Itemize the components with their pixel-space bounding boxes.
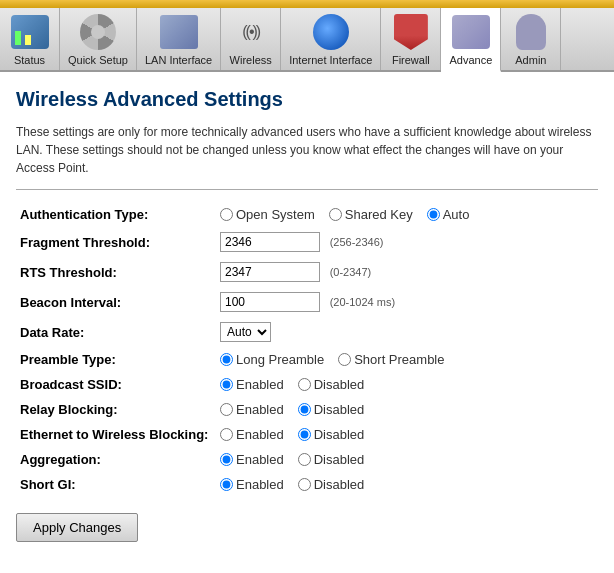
short-gi-disabled[interactable]: Disabled [298, 477, 365, 492]
tab-status[interactable]: Status [0, 8, 60, 70]
advance-icon [452, 15, 490, 49]
tab-quick-setup-label: Quick Setup [68, 54, 128, 66]
short-gi-enabled[interactable]: Enabled [220, 477, 284, 492]
row-short-gi: Short GI: Enabled Disabled [16, 472, 598, 497]
auth-shared-key[interactable]: Shared Key [329, 207, 413, 222]
tab-internet-interface-label: Internet Interface [289, 54, 372, 66]
row-aggregation: Aggregation: Enabled Disabled [16, 447, 598, 472]
data-rate-select[interactable]: Auto 1 2 5.5 11 6 9 12 18 24 36 48 54 [220, 322, 271, 342]
internet-icon [313, 14, 349, 50]
tab-quick-setup[interactable]: Quick Setup [60, 8, 137, 70]
top-bar [0, 0, 614, 8]
beacon-interval-hint: (20-1024 ms) [330, 296, 395, 308]
divider [16, 189, 598, 190]
row-rts-threshold: RTS Threshold: (0-2347) [16, 257, 598, 287]
firewall-icon [394, 14, 428, 50]
apply-changes-button[interactable]: Apply Changes [16, 513, 138, 542]
tab-admin-label: Admin [515, 54, 546, 66]
tab-wireless-label: Wireless [230, 54, 272, 66]
tab-firewall[interactable]: Firewall [381, 8, 441, 70]
aggregation-label: Aggregation: [16, 447, 216, 472]
row-data-rate: Data Rate: Auto 1 2 5.5 11 6 9 12 18 24 … [16, 317, 598, 347]
eth-wireless-blocking-label: Ethernet to Wireless Blocking: [16, 422, 216, 447]
admin-icon [516, 14, 546, 50]
status-icon [11, 15, 49, 49]
tab-admin[interactable]: Admin [501, 8, 561, 70]
aggregation-options: Enabled Disabled [220, 452, 594, 467]
preamble-long[interactable]: Long Preamble [220, 352, 324, 367]
row-beacon-interval: Beacon Interval: (20-1024 ms) [16, 287, 598, 317]
settings-table: Authentication Type: Open System Shared … [16, 202, 598, 497]
preamble-short[interactable]: Short Preamble [338, 352, 444, 367]
row-relay-blocking: Relay Blocking: Enabled Disabled [16, 397, 598, 422]
lan-icon [160, 15, 198, 49]
tab-lan-interface[interactable]: LAN Interface [137, 8, 221, 70]
auth-auto[interactable]: Auto [427, 207, 470, 222]
tab-status-label: Status [14, 54, 45, 66]
fragment-threshold-label: Fragment Threshold: [16, 227, 216, 257]
relay-blocking-label: Relay Blocking: [16, 397, 216, 422]
relay-blocking-disabled[interactable]: Disabled [298, 402, 365, 417]
nav-tabs: Status Quick Setup LAN Interface Wireles… [0, 8, 614, 72]
auth-type-options: Open System Shared Key Auto [220, 207, 594, 222]
row-broadcast-ssid: Broadcast SSID: Enabled Disabled [16, 372, 598, 397]
aggregation-disabled[interactable]: Disabled [298, 452, 365, 467]
broadcast-ssid-options: Enabled Disabled [220, 377, 594, 392]
tab-firewall-label: Firewall [392, 54, 430, 66]
rts-threshold-input[interactable] [220, 262, 320, 282]
preamble-type-label: Preamble Type: [16, 347, 216, 372]
row-eth-wireless-blocking: Ethernet to Wireless Blocking: Enabled D… [16, 422, 598, 447]
relay-blocking-enabled[interactable]: Enabled [220, 402, 284, 417]
tab-advance[interactable]: Advance [441, 8, 501, 72]
eth-wireless-blocking-options: Enabled Disabled [220, 427, 594, 442]
eth-wireless-blocking-disabled[interactable]: Disabled [298, 427, 365, 442]
row-fragment-threshold: Fragment Threshold: (256-2346) [16, 227, 598, 257]
row-auth-type: Authentication Type: Open System Shared … [16, 202, 598, 227]
row-preamble-type: Preamble Type: Long Preamble Short Pream… [16, 347, 598, 372]
beacon-interval-label: Beacon Interval: [16, 287, 216, 317]
auth-open-system[interactable]: Open System [220, 207, 315, 222]
page-title: Wireless Advanced Settings [16, 88, 598, 111]
fragment-threshold-hint: (256-2346) [330, 236, 384, 248]
beacon-interval-input[interactable] [220, 292, 320, 312]
short-gi-label: Short GI: [16, 472, 216, 497]
broadcast-ssid-disabled[interactable]: Disabled [298, 377, 365, 392]
tab-lan-interface-label: LAN Interface [145, 54, 212, 66]
aggregation-enabled[interactable]: Enabled [220, 452, 284, 467]
page-description: These settings are only for more technic… [16, 123, 598, 177]
fragment-threshold-input[interactable] [220, 232, 320, 252]
short-gi-options: Enabled Disabled [220, 477, 594, 492]
tab-wireless[interactable]: Wireless [221, 8, 281, 70]
rts-threshold-label: RTS Threshold: [16, 257, 216, 287]
auth-type-label: Authentication Type: [16, 202, 216, 227]
quicksetup-icon [80, 14, 116, 50]
eth-wireless-blocking-enabled[interactable]: Enabled [220, 427, 284, 442]
wireless-icon [233, 14, 269, 50]
broadcast-ssid-enabled[interactable]: Enabled [220, 377, 284, 392]
broadcast-ssid-label: Broadcast SSID: [16, 372, 216, 397]
tab-advance-label: Advance [449, 54, 492, 66]
preamble-type-options: Long Preamble Short Preamble [220, 352, 594, 367]
relay-blocking-options: Enabled Disabled [220, 402, 594, 417]
rts-threshold-hint: (0-2347) [330, 266, 372, 278]
tab-internet-interface[interactable]: Internet Interface [281, 8, 381, 70]
data-rate-label: Data Rate: [16, 317, 216, 347]
